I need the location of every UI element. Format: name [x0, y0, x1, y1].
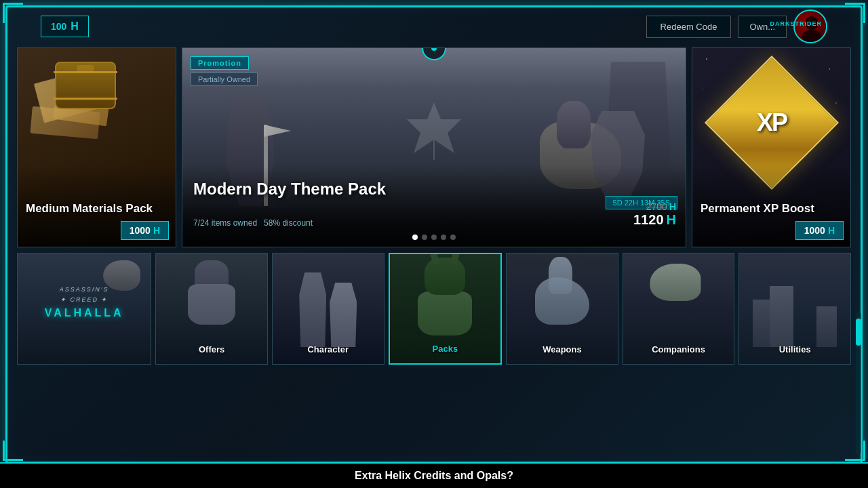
- wolf-head-c: [653, 291, 680, 318]
- packs-figure: [418, 258, 472, 332]
- xp-label: XP: [756, 108, 786, 137]
- dot-4: [441, 235, 446, 240]
- horse-head-w: [549, 257, 572, 294]
- old-price-display: 2700 H: [633, 201, 676, 212]
- star-3: [703, 89, 703, 89]
- char-figure-1: [299, 272, 326, 347]
- items-owned-label: 7/24 items owned 58% discount: [193, 218, 313, 228]
- barrel-top: [77, 65, 94, 72]
- packs-label: Packs: [390, 344, 501, 354]
- category-nav: ASSASSIN'S✦ CREED ✦ VALHALLA Offers Char: [17, 253, 851, 365]
- category-weapons[interactable]: Weapons: [506, 253, 618, 365]
- partially-owned-badge: Partially Owned: [191, 73, 258, 86]
- utilities-label: Utilities: [739, 344, 850, 354]
- category-packs[interactable]: Packs: [389, 253, 502, 365]
- scroll-indicator[interactable]: [856, 312, 861, 454]
- packs-body: [418, 291, 472, 336]
- helix-currency: H: [153, 225, 160, 236]
- modern-day-title: Modern Day Theme Pack: [193, 178, 386, 199]
- category-valhalla[interactable]: ASSASSIN'S✦ CREED ✦ VALHALLA: [17, 253, 151, 365]
- xp-boost-title: Permanent XP Boost: [701, 201, 814, 216]
- featured-row: Medium Materials Pack 1000 H: [17, 47, 851, 247]
- old-price-currency: H: [669, 201, 676, 212]
- weapons-label: Weapons: [507, 344, 618, 354]
- new-price-currency: H: [667, 212, 676, 228]
- circle-dot: [431, 47, 437, 51]
- category-character[interactable]: Character: [272, 253, 384, 365]
- category-utilities[interactable]: Utilities: [738, 253, 851, 365]
- carousel-dots: [412, 235, 456, 240]
- util-building-1: [753, 300, 770, 347]
- xp-helix-currency: H: [828, 225, 835, 236]
- dot-2: [422, 235, 427, 240]
- top-right-area: Redeem Code Own... DARKSTRIDER: [646, 9, 827, 43]
- materials-pack-title: Medium Materials Pack: [26, 201, 153, 216]
- xp-diamond-container: XP: [717, 68, 826, 177]
- material-item: [30, 106, 100, 140]
- horn-2: [450, 253, 460, 265]
- figure-body: [188, 284, 235, 325]
- star-1: [706, 58, 707, 60]
- promotion-badge: Promotion: [191, 56, 249, 70]
- utilities-scene: [746, 260, 844, 347]
- bottom-bar: Extra Helix Credits and Opals?: [0, 462, 868, 488]
- xp-boost-price: 1000 H: [795, 221, 844, 240]
- char-figure-2: [330, 283, 357, 347]
- dot-1: [412, 235, 418, 240]
- scroll-thumb: [856, 319, 861, 346]
- helix-h-symbol: H: [71, 20, 79, 33]
- util-building-3: [816, 306, 837, 347]
- barrel: [55, 62, 116, 109]
- star-2: [829, 68, 830, 70]
- svg-point-1: [802, 30, 821, 43]
- category-offers[interactable]: Offers: [155, 253, 268, 365]
- character-figures: [276, 257, 380, 347]
- dot-3: [431, 235, 437, 240]
- price-value: 1000: [130, 225, 151, 236]
- materials-pack-card[interactable]: Medium Materials Pack 1000 H: [17, 47, 176, 247]
- weapons-horse: [532, 257, 593, 331]
- main-content: Medium Materials Pack 1000 H: [17, 47, 851, 454]
- companions-label: Companions: [623, 344, 734, 354]
- new-price-display: 1120 H: [633, 212, 676, 228]
- valhalla-title: VALHALLA: [45, 307, 124, 319]
- offers-figure: [188, 260, 235, 328]
- valhalla-logo: ASSASSIN'S✦ CREED ✦ VALHALLA: [18, 253, 151, 364]
- barrel-band-bottom: [54, 98, 117, 100]
- top-bar: 100 H Redeem Code Own... DARKSTRIDER: [41, 9, 827, 43]
- rider-body: [557, 101, 591, 148]
- packs-head: [425, 258, 465, 295]
- dot-5: [450, 235, 456, 240]
- util-building-2: [770, 286, 793, 347]
- star-4: [835, 102, 837, 104]
- assassins-creed-text: ASSASSIN'S✦ CREED ✦: [60, 285, 109, 304]
- character-label: Character: [273, 344, 384, 354]
- redeem-code-button[interactable]: Redeem Code: [646, 16, 732, 38]
- helix-icon: 100: [51, 21, 66, 32]
- xp-price-value: 1000: [804, 225, 825, 236]
- offers-label: Offers: [156, 344, 267, 354]
- bottom-text: Extra Helix Credits and Opals?: [355, 470, 513, 482]
- wolf-companion: [650, 264, 707, 325]
- helix-balance: 100 H: [41, 16, 89, 37]
- xp-boost-card[interactable]: XP Permanent XP Boost 1000 H: [692, 47, 851, 247]
- darkstrider-name: DARKSTRIDER: [770, 20, 822, 27]
- modern-day-pack-card[interactable]: Promotion Partially Owned Modern Day The…: [182, 47, 686, 247]
- category-companions[interactable]: Companions: [623, 253, 735, 365]
- materials-pack-price: 1000 H: [121, 221, 169, 240]
- center-price-area: 2700 H 1120 H: [633, 201, 676, 228]
